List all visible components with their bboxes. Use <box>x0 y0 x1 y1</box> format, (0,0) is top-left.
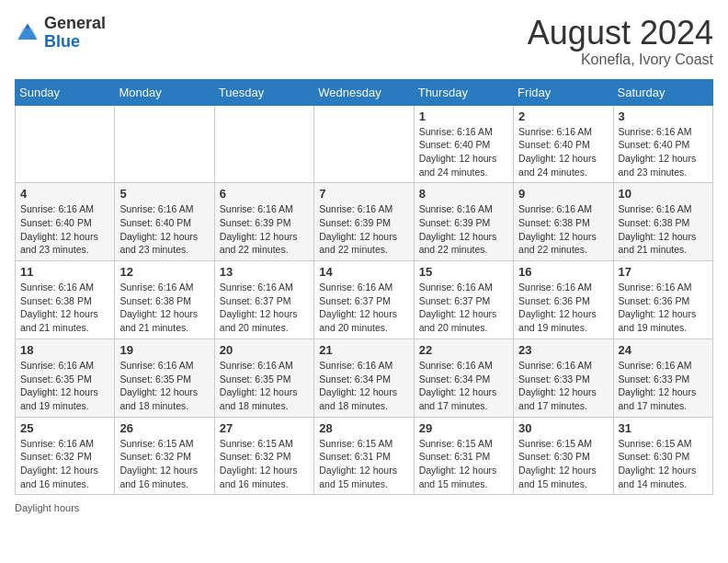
day-number: 7 <box>319 187 408 201</box>
day-info: Sunrise: 6:16 AM Sunset: 6:36 PM Dayligh… <box>518 281 608 335</box>
calendar-cell: 18Sunrise: 6:16 AM Sunset: 6:35 PM Dayli… <box>16 339 115 417</box>
calendar-cell: 14Sunrise: 6:16 AM Sunset: 6:37 PM Dayli… <box>314 261 414 339</box>
day-number: 25 <box>20 421 109 435</box>
day-number: 18 <box>20 343 109 357</box>
day-info: Sunrise: 6:16 AM Sunset: 6:37 PM Dayligh… <box>220 281 309 335</box>
day-info: Sunrise: 6:16 AM Sunset: 6:32 PM Dayligh… <box>20 437 109 491</box>
calendar-cell: 5Sunrise: 6:16 AM Sunset: 6:40 PM Daylig… <box>115 183 214 261</box>
calendar-cell: 8Sunrise: 6:16 AM Sunset: 6:39 PM Daylig… <box>414 183 513 261</box>
logo-general-text: General <box>44 14 106 32</box>
calendar-cell: 31Sunrise: 6:15 AM Sunset: 6:30 PM Dayli… <box>613 417 712 495</box>
day-number: 11 <box>20 265 109 279</box>
calendar-cell: 13Sunrise: 6:16 AM Sunset: 6:37 PM Dayli… <box>214 261 313 339</box>
day-number: 27 <box>220 421 309 435</box>
column-header-tuesday: Tuesday <box>214 79 313 105</box>
logo-blue-text: Blue <box>44 32 80 51</box>
day-info: Sunrise: 6:16 AM Sunset: 6:35 PM Dayligh… <box>20 359 109 413</box>
day-info: Sunrise: 6:15 AM Sunset: 6:31 PM Dayligh… <box>419 437 508 491</box>
daylight-hours-label: Daylight hours <box>15 502 79 513</box>
day-number: 15 <box>419 265 508 279</box>
day-number: 22 <box>419 343 508 357</box>
calendar-cell: 2Sunrise: 6:16 AM Sunset: 6:40 PM Daylig… <box>514 105 613 183</box>
calendar-cell: 24Sunrise: 6:16 AM Sunset: 6:33 PM Dayli… <box>613 339 712 417</box>
day-number: 6 <box>220 187 309 201</box>
day-info: Sunrise: 6:16 AM Sunset: 6:40 PM Dayligh… <box>119 202 209 257</box>
calendar-cell: 28Sunrise: 6:15 AM Sunset: 6:31 PM Dayli… <box>314 417 414 495</box>
column-header-wednesday: Wednesday <box>314 79 414 105</box>
day-number: 12 <box>119 265 209 279</box>
day-info: Sunrise: 6:16 AM Sunset: 6:37 PM Dayligh… <box>419 281 508 335</box>
calendar-cell <box>214 105 313 183</box>
calendar-cell: 6Sunrise: 6:16 AM Sunset: 6:39 PM Daylig… <box>214 183 313 261</box>
calendar-cell: 25Sunrise: 6:16 AM Sunset: 6:32 PM Dayli… <box>16 417 115 495</box>
day-number: 16 <box>518 265 608 279</box>
calendar-cell: 7Sunrise: 6:16 AM Sunset: 6:39 PM Daylig… <box>314 183 414 261</box>
calendar-cell: 17Sunrise: 6:16 AM Sunset: 6:36 PM Dayli… <box>613 261 712 339</box>
day-info: Sunrise: 6:16 AM Sunset: 6:38 PM Dayligh… <box>20 281 109 335</box>
calendar-cell: 29Sunrise: 6:15 AM Sunset: 6:31 PM Dayli… <box>414 417 513 495</box>
day-number: 8 <box>419 187 508 201</box>
day-number: 20 <box>220 343 309 357</box>
calendar-cell: 4Sunrise: 6:16 AM Sunset: 6:40 PM Daylig… <box>16 183 115 261</box>
calendar-cell: 10Sunrise: 6:16 AM Sunset: 6:38 PM Dayli… <box>613 183 712 261</box>
day-number: 3 <box>619 109 708 123</box>
day-number: 30 <box>518 421 608 435</box>
day-info: Sunrise: 6:16 AM Sunset: 6:40 PM Dayligh… <box>518 125 608 179</box>
calendar-cell: 19Sunrise: 6:16 AM Sunset: 6:35 PM Dayli… <box>115 339 214 417</box>
day-info: Sunrise: 6:16 AM Sunset: 6:38 PM Dayligh… <box>619 202 708 257</box>
day-number: 14 <box>319 265 408 279</box>
day-info: Sunrise: 6:16 AM Sunset: 6:35 PM Dayligh… <box>220 359 309 413</box>
calendar-cell: 1Sunrise: 6:16 AM Sunset: 6:40 PM Daylig… <box>414 105 513 183</box>
day-number: 24 <box>619 343 708 357</box>
day-info: Sunrise: 6:16 AM Sunset: 6:40 PM Dayligh… <box>419 125 508 179</box>
location-subtitle: Konefla, Ivory Coast <box>528 52 713 68</box>
calendar-cell: 21Sunrise: 6:16 AM Sunset: 6:34 PM Dayli… <box>314 339 414 417</box>
day-number: 29 <box>419 421 508 435</box>
day-info: Sunrise: 6:16 AM Sunset: 6:38 PM Dayligh… <box>119 281 209 335</box>
day-info: Sunrise: 6:15 AM Sunset: 6:32 PM Dayligh… <box>220 437 309 491</box>
calendar-week-row: 1Sunrise: 6:16 AM Sunset: 6:40 PM Daylig… <box>16 105 713 183</box>
logo-icon <box>15 20 40 46</box>
day-info: Sunrise: 6:16 AM Sunset: 6:38 PM Dayligh… <box>518 202 608 257</box>
day-number: 13 <box>220 265 309 279</box>
calendar-cell: 30Sunrise: 6:15 AM Sunset: 6:30 PM Dayli… <box>514 417 613 495</box>
day-number: 4 <box>20 187 109 201</box>
day-info: Sunrise: 6:15 AM Sunset: 6:30 PM Dayligh… <box>518 437 608 491</box>
day-info: Sunrise: 6:15 AM Sunset: 6:30 PM Dayligh… <box>619 437 708 491</box>
day-info: Sunrise: 6:16 AM Sunset: 6:33 PM Dayligh… <box>619 359 708 413</box>
calendar-cell <box>314 105 414 183</box>
calendar-table: SundayMondayTuesdayWednesdayThursdayFrid… <box>15 79 713 496</box>
day-info: Sunrise: 6:16 AM Sunset: 6:40 PM Dayligh… <box>619 125 708 179</box>
calendar-week-row: 11Sunrise: 6:16 AM Sunset: 6:38 PM Dayli… <box>16 261 713 339</box>
calendar-week-row: 4Sunrise: 6:16 AM Sunset: 6:40 PM Daylig… <box>16 183 713 261</box>
day-number: 17 <box>619 265 708 279</box>
day-info: Sunrise: 6:16 AM Sunset: 6:36 PM Dayligh… <box>619 281 708 335</box>
calendar-header-row: SundayMondayTuesdayWednesdayThursdayFrid… <box>16 79 713 105</box>
day-info: Sunrise: 6:16 AM Sunset: 6:34 PM Dayligh… <box>419 359 508 413</box>
calendar-week-row: 25Sunrise: 6:16 AM Sunset: 6:32 PM Dayli… <box>16 417 713 495</box>
column-header-monday: Monday <box>115 79 214 105</box>
day-info: Sunrise: 6:16 AM Sunset: 6:39 PM Dayligh… <box>419 202 508 257</box>
day-info: Sunrise: 6:15 AM Sunset: 6:31 PM Dayligh… <box>319 437 408 491</box>
title-block: August 2024 Konefla, Ivory Coast <box>528 15 713 68</box>
calendar-cell: 16Sunrise: 6:16 AM Sunset: 6:36 PM Dayli… <box>514 261 613 339</box>
page-header: General Blue August 2024 Konefla, Ivory … <box>15 15 713 68</box>
calendar-cell: 20Sunrise: 6:16 AM Sunset: 6:35 PM Dayli… <box>214 339 313 417</box>
day-number: 19 <box>119 343 209 357</box>
calendar-week-row: 18Sunrise: 6:16 AM Sunset: 6:35 PM Dayli… <box>16 339 713 417</box>
column-header-friday: Friday <box>514 79 613 105</box>
calendar-cell: 12Sunrise: 6:16 AM Sunset: 6:38 PM Dayli… <box>115 261 214 339</box>
column-header-thursday: Thursday <box>414 79 513 105</box>
calendar-cell: 3Sunrise: 6:16 AM Sunset: 6:40 PM Daylig… <box>613 105 712 183</box>
column-header-saturday: Saturday <box>613 79 712 105</box>
calendar-cell <box>115 105 214 183</box>
day-number: 23 <box>518 343 608 357</box>
calendar-cell: 15Sunrise: 6:16 AM Sunset: 6:37 PM Dayli… <box>414 261 513 339</box>
calendar-cell: 27Sunrise: 6:15 AM Sunset: 6:32 PM Dayli… <box>214 417 313 495</box>
day-number: 28 <box>319 421 408 435</box>
logo: General Blue <box>15 15 106 52</box>
svg-marker-1 <box>18 29 38 40</box>
day-number: 5 <box>119 187 209 201</box>
day-info: Sunrise: 6:16 AM Sunset: 6:39 PM Dayligh… <box>319 202 408 257</box>
calendar-cell: 26Sunrise: 6:15 AM Sunset: 6:32 PM Dayli… <box>115 417 214 495</box>
